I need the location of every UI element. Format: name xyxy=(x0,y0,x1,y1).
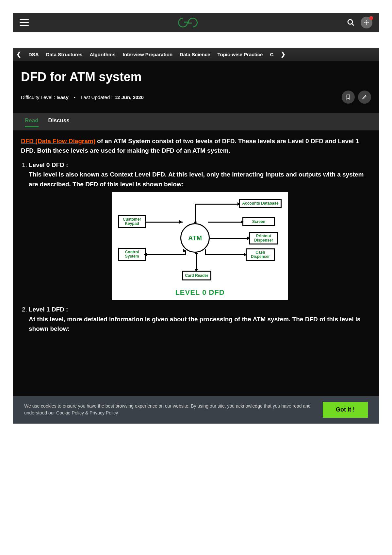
nav-item-dsa[interactable]: DSA xyxy=(28,52,39,57)
diagram-box-screen: Screen xyxy=(242,217,275,226)
svg-point-0 xyxy=(348,20,352,24)
hamburger-menu-icon[interactable] xyxy=(20,19,29,26)
diagram-box-accounts-database: Accounts Database xyxy=(239,199,282,208)
nav-item-interview-preparation[interactable]: Interview Preparation xyxy=(123,52,173,57)
difficulty-value: Easy xyxy=(57,94,69,100)
diagram-center-atm: ATM xyxy=(180,223,210,253)
article-tabs: Read Discuss xyxy=(13,113,379,130)
diagram-box-customer-keypad: Customer Keypad xyxy=(118,215,146,228)
difficulty-label: Difficulty Level : xyxy=(21,94,55,100)
diagram-box-printout-dispenser: Printout Dispenser xyxy=(249,232,278,244)
dfd-definition-link[interactable]: DFD (Data Flow Diagram) xyxy=(21,138,95,144)
level0-body: This level is also known as Context Leve… xyxy=(29,171,364,187)
article-title: DFD for ATM system xyxy=(21,70,371,84)
updated-value: 12 Jun, 2020 xyxy=(115,94,144,100)
meta-separator: • xyxy=(74,94,75,100)
article-meta: Difficulty Level : Easy • Last Updated :… xyxy=(21,94,144,100)
svg-point-2 xyxy=(366,22,368,24)
cookie-accept-button[interactable]: Got It ! xyxy=(323,402,368,418)
level1-body: At this level, more detailed information… xyxy=(29,316,361,332)
category-nav: ❮ DSA Data Structures Algorithms Intervi… xyxy=(13,48,379,61)
blank-space xyxy=(13,337,379,396)
nav-item-data-science[interactable]: Data Science xyxy=(180,52,210,57)
diagram-box-control-system: Control System xyxy=(118,248,146,261)
svg-line-8 xyxy=(368,24,368,25)
nav-scroll-left-icon[interactable]: ❮ xyxy=(16,51,21,58)
level0-dfd-diagram: ATM Customer Keypad Control System Card … xyxy=(112,192,288,300)
top-bar xyxy=(13,13,379,32)
search-icon[interactable] xyxy=(347,19,355,26)
level0-title: Level 0 DFD : xyxy=(29,161,68,168)
content-area: ❮ DSA Data Structures Algorithms Intervi… xyxy=(13,48,379,424)
nav-item-data-structures[interactable]: Data Structures xyxy=(46,52,83,57)
cookie-policy-link[interactable]: Cookie Policy xyxy=(56,410,84,415)
theme-toggle-button[interactable] xyxy=(361,17,372,28)
edit-button[interactable] xyxy=(358,91,371,104)
nav-scroll-right-icon[interactable]: ❯ xyxy=(281,51,286,58)
list-item: Level 1 DFD : At this level, more detail… xyxy=(29,305,371,333)
site-logo[interactable] xyxy=(178,18,198,27)
svg-line-7 xyxy=(365,21,366,22)
svg-line-9 xyxy=(365,24,366,25)
diagram-box-card-reader: Card Reader xyxy=(182,271,211,280)
bookmark-button[interactable] xyxy=(342,91,355,104)
level0-diagram-container: ATM Customer Keypad Control System Card … xyxy=(29,192,371,300)
updated-label: Last Updated : xyxy=(81,94,113,100)
article-intro: DFD (Data Flow Diagram) of an ATM System… xyxy=(13,130,379,156)
privacy-policy-link[interactable]: Privacy Policy xyxy=(90,410,118,415)
diagram-caption: LEVEL 0 DFD xyxy=(112,287,288,298)
list-item: Level 0 DFD : This level is also known a… xyxy=(29,160,371,300)
nav-item-c[interactable]: C xyxy=(270,52,273,57)
tab-discuss[interactable]: Discuss xyxy=(48,117,70,127)
cookie-text: We use cookies to ensure you have the be… xyxy=(24,403,323,416)
article-header: DFD for ATM system Difficulty Level : Ea… xyxy=(13,61,379,113)
cookie-consent-bar: We use cookies to ensure you have the be… xyxy=(13,396,379,424)
nav-item-algorithms[interactable]: Algorithms xyxy=(90,52,115,57)
tab-read[interactable]: Read xyxy=(25,117,39,127)
level1-title: Level 1 DFD : xyxy=(29,306,68,313)
levels-list: Level 0 DFD : This level is also known a… xyxy=(13,156,379,334)
svg-line-1 xyxy=(352,24,354,25)
diagram-box-cash-dispenser: Cash Dispenser xyxy=(246,248,275,261)
svg-line-10 xyxy=(368,21,368,22)
nav-item-topic-wise-practice[interactable]: Topic-wise Practice xyxy=(218,52,263,57)
